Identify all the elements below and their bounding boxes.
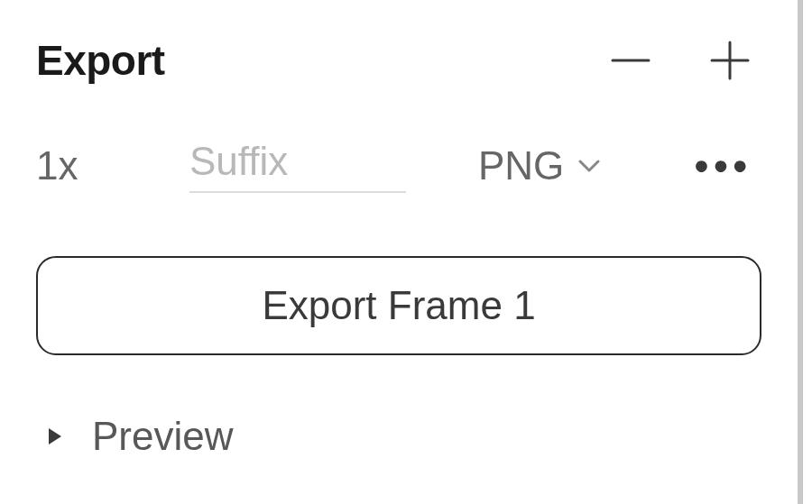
suffix-input[interactable]: [189, 139, 406, 193]
export-header: Export: [36, 27, 761, 85]
export-title: Export: [36, 36, 165, 85]
add-export-button[interactable]: [707, 38, 752, 83]
format-select[interactable]: PNG: [478, 143, 602, 188]
minus-icon: [609, 39, 652, 82]
svg-marker-3: [49, 428, 61, 444]
more-options-button[interactable]: •••: [695, 143, 761, 188]
export-panel: Export 1x PNG: [0, 0, 803, 504]
remove-export-button[interactable]: [608, 38, 653, 83]
disclosure-triangle-icon: [45, 426, 65, 446]
export-settings-row: 1x PNG •••: [36, 139, 761, 193]
export-frame-button[interactable]: Export Frame 1: [36, 256, 761, 355]
preview-toggle[interactable]: Preview: [36, 414, 761, 459]
ellipsis-icon: •••: [695, 143, 752, 188]
format-value: PNG: [478, 143, 564, 188]
plus-icon: [708, 39, 752, 82]
chevron-down-icon: [577, 153, 602, 179]
header-actions: [608, 38, 761, 83]
scale-select[interactable]: 1x: [36, 143, 189, 188]
preview-label: Preview: [92, 414, 234, 459]
